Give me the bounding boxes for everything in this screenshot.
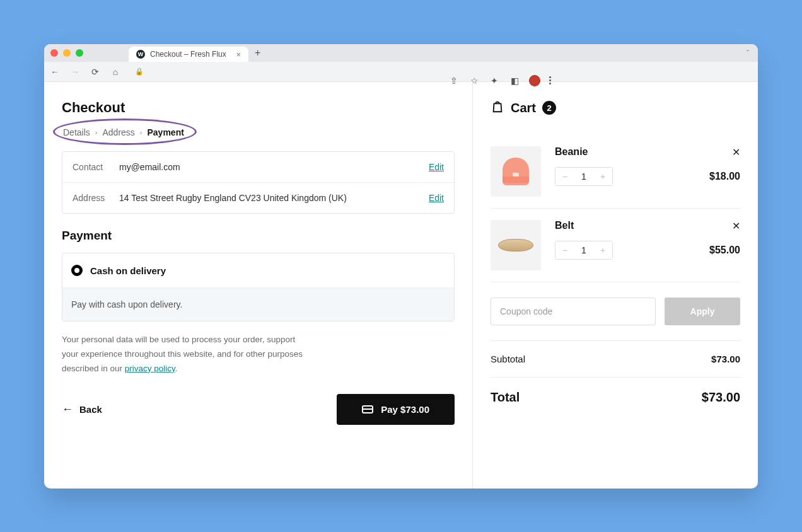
- product-thumbnail: [491, 220, 541, 270]
- browser-window: W Checkout – Fresh Flux × + ˇ ← → ⟳ ⌂ 🔒 …: [44, 44, 758, 489]
- wordpress-favicon-icon: W: [136, 50, 145, 59]
- window-traffic-lights: [50, 49, 83, 57]
- qty-increase-button[interactable]: +: [593, 168, 612, 185]
- payment-heading: Payment: [62, 229, 455, 243]
- coupon-row: Apply: [491, 282, 740, 341]
- nav-back-icon[interactable]: ←: [49, 67, 61, 77]
- cart-item-price: $55.00: [709, 245, 740, 256]
- tab-title: Checkout – Fresh Flux: [150, 50, 226, 59]
- qty-increase-button[interactable]: +: [593, 241, 612, 259]
- nav-home-icon[interactable]: ⌂: [110, 67, 121, 77]
- cart-item-name: Belt: [555, 220, 574, 231]
- cart-item: Beanie ✕ − 1 + $18.00: [491, 135, 740, 209]
- edit-address-link[interactable]: Edit: [429, 193, 444, 203]
- summary-label: Address: [73, 193, 119, 203]
- breadcrumb-step-payment: Payment: [148, 127, 184, 137]
- cart-title: Cart: [511, 101, 536, 115]
- lock-icon: 🔒: [135, 67, 144, 76]
- privacy-notice: Your personal data will be used to proce…: [62, 333, 314, 376]
- browser-toolbar: ← → ⟳ ⌂ 🔒 ⇧ ☆ ✦ ◧: [44, 62, 758, 82]
- chevron-right-icon: ›: [95, 129, 98, 136]
- pay-button[interactable]: Pay $73.00: [337, 394, 455, 425]
- total-label: Total: [491, 390, 520, 405]
- tabs-overflow-icon[interactable]: ˇ: [747, 49, 749, 57]
- new-tab-icon[interactable]: +: [255, 47, 260, 59]
- back-button[interactable]: ← Back: [62, 403, 102, 415]
- qty-value: 1: [574, 245, 593, 255]
- credit-card-icon: [362, 405, 373, 413]
- cart-item-name: Beanie: [555, 146, 588, 158]
- belt-icon: [498, 239, 533, 252]
- summary-value: 14 Test Street Rugby England CV23 United…: [119, 193, 429, 203]
- product-thumbnail: [491, 146, 541, 197]
- shopping-bag-icon: [491, 100, 504, 116]
- cart-header: Cart 2: [491, 100, 740, 116]
- breadcrumb: Details › Address › Payment: [62, 125, 455, 140]
- privacy-policy-link[interactable]: privacy policy: [125, 364, 175, 373]
- payment-option-cod[interactable]: Cash on delivery: [62, 253, 454, 287]
- window-close-icon[interactable]: [50, 49, 58, 57]
- summary-value: my@email.com: [119, 162, 429, 172]
- total-row: Total $73.00: [491, 378, 740, 417]
- quantity-stepper: − 1 +: [555, 167, 613, 186]
- cart-count-badge: 2: [542, 101, 556, 115]
- summary-row-contact: Contact my@email.com Edit: [62, 152, 454, 182]
- nav-reload-icon[interactable]: ⟳: [90, 67, 101, 77]
- qty-decrease-button[interactable]: −: [555, 241, 574, 259]
- window-minimize-icon[interactable]: [63, 49, 71, 57]
- nav-forward-icon[interactable]: →: [69, 67, 81, 77]
- payment-option-label: Cash on delivery: [90, 265, 166, 276]
- subtotal-label: Subtotal: [491, 354, 525, 364]
- cart-item: Belt ✕ − 1 + $55.00: [491, 209, 740, 282]
- checkout-panel: Checkout Details › Address › Payment Con…: [44, 82, 473, 489]
- beanie-icon: [503, 158, 529, 185]
- radio-selected-icon: [71, 265, 83, 276]
- browser-tab[interactable]: W Checkout – Fresh Flux ×: [129, 47, 248, 62]
- address-bar[interactable]: 🔒: [130, 67, 422, 76]
- summary-label: Contact: [73, 162, 119, 172]
- cart-panel: Cart 2 Beanie ✕ − 1 +: [473, 82, 758, 489]
- tab-strip: W Checkout – Fresh Flux × + ˇ: [44, 44, 758, 62]
- coupon-input[interactable]: [491, 298, 656, 325]
- tab-close-icon[interactable]: ×: [236, 50, 241, 59]
- total-value: $73.00: [702, 390, 740, 405]
- summary-row-address: Address 14 Test Street Rugby England CV2…: [62, 182, 454, 213]
- remove-item-button[interactable]: ✕: [732, 146, 740, 158]
- pay-button-label: Pay $73.00: [381, 404, 429, 415]
- payment-option-description: Pay with cash upon delivery.: [62, 287, 454, 321]
- qty-decrease-button[interactable]: −: [555, 168, 574, 185]
- back-label: Back: [79, 404, 102, 415]
- checkout-actions: ← Back Pay $73.00: [62, 394, 455, 425]
- privacy-text: Your personal data will be used to proce…: [62, 335, 303, 373]
- apply-coupon-button[interactable]: Apply: [665, 298, 740, 325]
- subtotal-value: $73.00: [711, 354, 740, 364]
- privacy-text: .: [175, 364, 178, 373]
- qty-value: 1: [574, 171, 593, 182]
- subtotal-row: Subtotal $73.00: [491, 341, 740, 378]
- chevron-right-icon: ›: [140, 129, 142, 136]
- window-zoom-icon[interactable]: [76, 49, 83, 57]
- order-summary: Contact my@email.com Edit Address 14 Tes…: [62, 151, 455, 214]
- breadcrumb-step-details[interactable]: Details: [63, 127, 90, 137]
- edit-contact-link[interactable]: Edit: [429, 162, 444, 172]
- arrow-left-icon: ←: [62, 403, 73, 415]
- remove-item-button[interactable]: ✕: [732, 220, 740, 232]
- page-title: Checkout: [62, 100, 455, 116]
- breadcrumb-step-address[interactable]: Address: [102, 127, 134, 137]
- quantity-stepper: − 1 +: [555, 241, 613, 260]
- payment-method-box: Cash on delivery Pay with cash upon deli…: [62, 253, 455, 321]
- page-content: Checkout Details › Address › Payment Con…: [44, 82, 758, 489]
- cart-item-price: $18.00: [709, 171, 740, 182]
